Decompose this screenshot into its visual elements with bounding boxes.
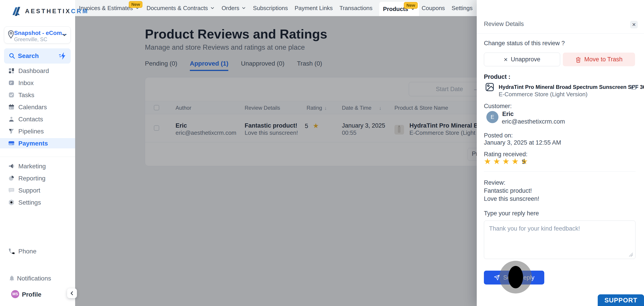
funnel-icon (8, 128, 15, 135)
chevron-left-icon (69, 290, 75, 296)
move-to-trash-button[interactable]: Move to Trash (563, 53, 635, 66)
calendar-icon (8, 104, 15, 110)
bell-icon (8, 275, 15, 281)
unapprove-button[interactable]: × Unapprove (484, 53, 560, 66)
sidebar-item-contacts[interactable]: Contacts (0, 114, 75, 124)
brand-logo-text: AESTHETIXCRM (25, 8, 89, 15)
nav-item-payment-links[interactable]: Payment Links (294, 0, 333, 16)
nav-item-coupons[interactable]: Coupons (422, 0, 445, 16)
avatar: MS (11, 290, 19, 298)
inbox-icon (8, 80, 15, 86)
resize-handle[interactable] (629, 252, 633, 256)
divider (484, 171, 636, 172)
sidebar-item-settings[interactable]: Settings (0, 197, 75, 207)
location-city: Greenville, SC (14, 37, 47, 43)
pie-chart-icon (8, 175, 15, 182)
nav-item-subscriptions[interactable]: Subscriptions (253, 0, 288, 16)
customer-email: eric@aesthetixcrm.com (502, 118, 565, 125)
review-details-drawer: Review Details × Change status of this r… (477, 0, 644, 306)
sidebar-item-phone[interactable]: Phone (0, 246, 75, 256)
product-section-label: Product : (484, 73, 510, 80)
support-button[interactable]: SUPPORT (598, 294, 644, 306)
nav-item-orders[interactable]: Orders (222, 0, 246, 16)
new-badge: New (404, 2, 418, 9)
review-section-label: Review: (484, 179, 505, 186)
brand-logo-icon (12, 6, 22, 16)
reply-textarea[interactable]: Thank you for your kind feedback! (484, 220, 636, 259)
modal-backdrop[interactable] (75, 16, 477, 306)
trash-icon (575, 56, 581, 63)
rating-value: 5 (522, 158, 526, 165)
sidebar-item-marketing[interactable]: Marketing (0, 161, 75, 171)
settings-icon (8, 199, 15, 206)
x-icon: × (504, 56, 508, 63)
sidebar-item-dashboard[interactable]: Dashboard (0, 66, 75, 76)
status-question: Change status of this review ? (484, 40, 565, 47)
external-link-icon[interactable] (631, 84, 636, 90)
drawer-product-name[interactable]: HydraTint Pro Mineral Broad Spectrum Sun… (499, 84, 644, 90)
chevron-down-icon (210, 6, 215, 11)
nav-item-settings[interactable]: Settings (452, 0, 473, 16)
sidebar-item-support[interactable]: Support (0, 185, 75, 195)
nav-item-transactions[interactable]: Transactions (340, 0, 372, 16)
sidebar-item-profile[interactable]: MS Profile (0, 289, 75, 299)
review-line-1: Fantastic product! (484, 187, 532, 194)
new-badge: New (129, 1, 142, 8)
search-label: Search (18, 52, 39, 60)
brand-logo[interactable]: AESTHETIXCRM (12, 6, 89, 16)
customer-section-label: Customer: (484, 103, 512, 110)
cursor-pointer (508, 266, 523, 288)
reply-label: Type your reply here (484, 210, 539, 217)
contacts-icon (8, 116, 15, 122)
nav-item-products[interactable]: Products New (379, 2, 419, 16)
posted-on-label: Posted on: (484, 132, 513, 139)
sidebar-item-calendars[interactable]: Calendars (0, 102, 75, 112)
close-icon[interactable]: × (630, 21, 638, 29)
image-icon (485, 82, 495, 92)
customer-avatar: E (486, 111, 498, 123)
chevron-down-icon (241, 6, 246, 11)
sidebar-item-reporting[interactable]: Reporting (0, 173, 75, 183)
sidebar: AESTHETIXCRM Snapshot - eCom... Greenvil… (0, 0, 75, 306)
sidebar-item-notifications[interactable]: Notifications (0, 273, 75, 283)
megaphone-icon (8, 163, 15, 169)
sidebar-item-tasks[interactable]: Tasks (0, 90, 75, 100)
search-input[interactable]: Search (4, 48, 71, 64)
tasks-icon (8, 92, 15, 98)
sidebar-item-inbox[interactable]: Inbox (0, 78, 75, 88)
customer-name: Eric (502, 111, 514, 118)
credit-card-icon (8, 140, 15, 147)
location-name: Snapshot - eCom... (14, 30, 67, 37)
sidebar-divider (0, 157, 75, 157)
phone-icon (8, 248, 15, 255)
nav-item-documents-contracts[interactable]: Documents & Contracts (146, 0, 215, 16)
search-icon (8, 52, 16, 60)
send-icon (494, 274, 500, 281)
location-switcher[interactable]: Snapshot - eCom... Greenville, SC (4, 27, 71, 44)
dashboard-icon (8, 67, 15, 74)
sidebar-item-pipelines[interactable]: Pipelines (0, 126, 75, 136)
review-line-2: Love this sunscreen! (484, 195, 539, 202)
divider (477, 33, 644, 34)
app-window: AESTHETIXCRM Snapshot - eCom... Greenvil… (0, 0, 644, 306)
drawer-product-store: E-Commerce Store (Light Version) (499, 91, 588, 98)
location-pin-icon (7, 30, 15, 39)
drawer-title: Review Details (484, 21, 524, 28)
sidebar-item-payments[interactable]: Payments (0, 138, 75, 148)
chevron-down-icon (62, 32, 67, 38)
posted-on-value: January 3, 2025 at 12:55 AM (484, 139, 561, 146)
quick-actions-icon[interactable] (58, 52, 68, 61)
chat-bubble-icon (8, 187, 15, 194)
sidebar-collapse-button[interactable] (67, 288, 77, 298)
